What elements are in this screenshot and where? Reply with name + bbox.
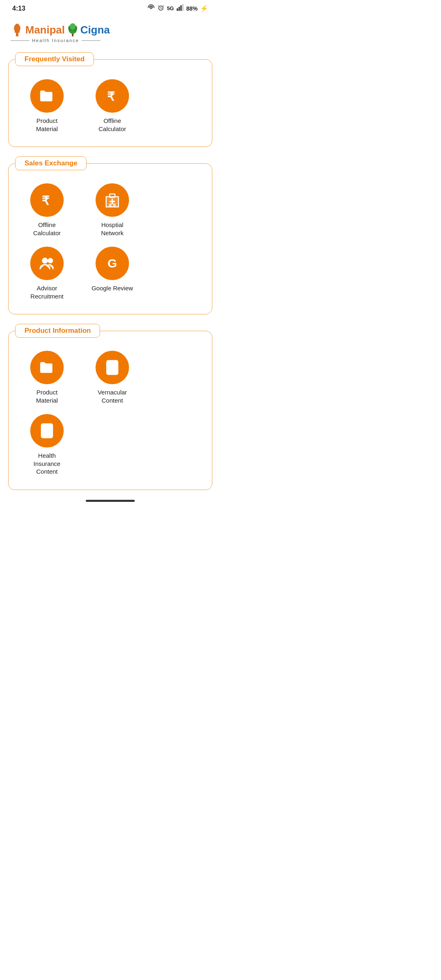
hospital-network-se-label: HosptialNetwork <box>101 221 123 237</box>
svg-rect-30 <box>109 363 116 365</box>
google-review-se-icon-circle: G <box>96 247 129 280</box>
signal-bars-icon <box>176 4 184 13</box>
logo-subtitle: Health Insurance <box>29 38 81 43</box>
section-title-sales-exchange: Sales Exchange <box>15 156 87 170</box>
google-review-se-label: Google Review <box>91 284 133 292</box>
status-bar: 4:13 5G 88% ⚡ <box>0 0 220 15</box>
health-insurance-content-pi-icon-circle <box>30 414 64 448</box>
svg-point-9 <box>15 24 19 28</box>
product-material-fv-item[interactable]: ProductMaterial <box>14 74 80 138</box>
health-insurance-content-pi-label: HealthInsuranceContent <box>33 452 60 476</box>
svg-rect-22 <box>113 203 116 207</box>
logo-cigna: Cigna <box>80 24 110 36</box>
svg-rect-35 <box>44 434 48 436</box>
offline-calculator-se-icon-circle: ₹ <box>30 183 64 217</box>
svg-point-23 <box>42 258 47 263</box>
logo-area: Manipal Cigna Health Insurance <box>0 15 220 47</box>
section-product-information: Product Information ProductMaterial <box>8 331 212 490</box>
svg-text:₹: ₹ <box>107 90 115 103</box>
svg-rect-3 <box>178 7 180 11</box>
home-indicator <box>86 500 135 502</box>
offline-calculator-fv-icon-circle: ₹ <box>96 79 129 113</box>
offline-calculator-fv-item[interactable]: ₹ OfflineCalculator <box>80 74 145 138</box>
vernacular-content-pi-icon-circle <box>96 351 129 384</box>
sales-exchange-grid: ₹ OfflineCalculator HosptialNetwork <box>14 178 206 305</box>
section-sales-exchange: Sales Exchange ₹ OfflineCalculator <box>8 163 212 314</box>
svg-point-24 <box>48 258 52 263</box>
svg-rect-4 <box>180 5 182 11</box>
svg-text:₹: ₹ <box>42 194 50 207</box>
section-frequently-visited: Frequently Visited ProductMaterial ₹ Off… <box>8 59 212 147</box>
product-material-pi-item[interactable]: ProductMaterial <box>14 346 80 409</box>
svg-rect-6 <box>16 32 18 36</box>
product-material-pi-label: ProductMaterial <box>36 388 58 404</box>
battery-charging-icon: ⚡ <box>200 4 208 12</box>
product-information-grid: ProductMaterial VernacularContent <box>14 346 206 481</box>
advisor-recruitment-se-icon-circle <box>30 247 64 280</box>
wifi-icon <box>147 4 155 13</box>
product-material-fv-label: ProductMaterial <box>36 117 58 133</box>
alarm-icon <box>157 4 165 13</box>
section-title-product-information: Product Information <box>15 324 100 338</box>
svg-rect-5 <box>182 4 183 11</box>
frequently-visited-grid: ProductMaterial ₹ OfflineCalculator <box>14 74 206 138</box>
svg-rect-18 <box>109 194 115 197</box>
svg-rect-2 <box>177 9 178 11</box>
battery-text: 88% <box>186 5 198 12</box>
svg-rect-34 <box>44 430 51 432</box>
section-title-frequently-visited: Frequently Visited <box>15 52 94 66</box>
svg-rect-31 <box>109 366 116 368</box>
advisor-recruitment-se-label: AdvisorRecruitment <box>31 284 64 300</box>
offline-calculator-se-item[interactable]: ₹ OfflineCalculator <box>14 178 80 242</box>
svg-point-14 <box>70 23 76 30</box>
hospital-network-se-item[interactable]: HosptialNetwork <box>80 178 145 242</box>
signal-text: 5G <box>167 5 174 11</box>
offline-calculator-fv-label: OfflineCalculator <box>98 117 126 133</box>
health-insurance-content-pi-item[interactable]: HealthInsuranceContent <box>14 409 80 481</box>
logo-manipal: Manipal <box>25 24 65 36</box>
vernacular-content-pi-label: VernacularContent <box>98 388 127 404</box>
offline-calculator-se-label: OfflineCalculator <box>33 221 61 237</box>
status-icons: 5G 88% ⚡ <box>147 4 208 13</box>
svg-point-0 <box>150 7 152 9</box>
hospital-network-se-icon-circle <box>96 183 129 217</box>
svg-rect-33 <box>44 427 51 429</box>
google-review-se-item[interactable]: G Google Review <box>80 242 145 305</box>
svg-rect-21 <box>109 203 112 207</box>
advisor-recruitment-se-item[interactable]: AdvisorRecruitment <box>14 242 80 305</box>
product-material-pi-icon-circle <box>30 351 64 384</box>
vernacular-content-pi-item[interactable]: VernacularContent <box>80 346 145 409</box>
product-material-fv-icon-circle <box>30 79 64 113</box>
status-time: 4:13 <box>12 5 25 12</box>
svg-text:G: G <box>107 256 117 270</box>
logo-line: Manipal Cigna <box>11 22 110 37</box>
logo-wrapper: Manipal Cigna Health Insurance <box>11 22 110 43</box>
